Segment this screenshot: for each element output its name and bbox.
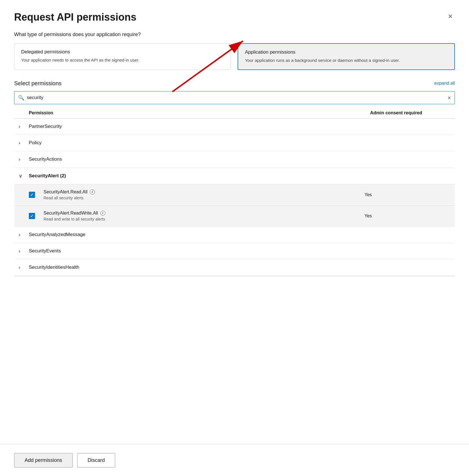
permission-group-security-alert: ∨ SecurityAlert (2) ✓ SecurityAlert.Read… [14,168,455,227]
permission-list: › PartnerSecurity › Policy › SecurityAct… [14,119,455,276]
application-card-desc: Your application runs as a background se… [245,57,448,64]
permission-item-security-alert-read-all: ✓ SecurityAlert.Read.All i Read all secu… [14,184,455,205]
select-permissions-label: Select permissions [14,80,62,87]
chevron-right-icon: › [19,232,24,238]
close-button[interactable]: × [446,11,455,21]
permission-item-security-alert-readwrite-all: ✓ SecurityAlert.ReadWrite.All i Read and… [14,205,455,226]
consent-cell-1: Yes [364,192,449,197]
group-name-security-identities-health: SecurityIdentitiesHealth [29,265,79,270]
group-row-partner-security[interactable]: › PartnerSecurity [14,119,455,135]
dialog-header: Request API permissions × [14,11,455,23]
consent-cell-2: Yes [364,213,449,219]
checkbox-cell-1: ✓ [29,192,39,198]
search-input[interactable] [14,91,455,104]
permission-type-question: What type of permissions does your appli… [14,32,455,38]
permission-group-policy: › Policy [14,135,455,151]
select-permissions-header: Select permissions expand all [14,80,455,87]
add-permissions-button[interactable]: Add permissions [14,453,73,468]
checkmark-icon: ✓ [30,193,34,197]
chevron-right-icon: › [19,265,24,270]
table-header: Permission Admin consent required [14,108,455,119]
application-card-title: Application permissions [245,49,448,55]
group-name-partner-security: PartnerSecurity [29,124,62,129]
group-name-security-events: SecurityEvents [29,248,61,254]
permission-name-1: SecurityAlert.Read.All [44,189,88,195]
group-row-security-actions[interactable]: › SecurityActions [14,151,455,167]
checkbox-security-alert-read-all[interactable]: ✓ [29,192,35,198]
group-row-policy[interactable]: › Policy [14,135,455,151]
group-name-security-actions: SecurityActions [29,156,62,162]
group-row-security-identities-health[interactable]: › SecurityIdentitiesHealth [14,259,455,276]
expand-all-button[interactable]: expand all [434,81,455,86]
chevron-down-icon: ∨ [19,173,24,179]
dialog-footer: Add permissions Discard [0,444,469,476]
checkmark-icon: ✓ [30,214,34,218]
permission-name-row-2: SecurityAlert.ReadWrite.All i [44,211,364,216]
chevron-right-icon: › [19,124,24,130]
permission-group-security-events: › SecurityEvents [14,243,455,259]
permission-group-security-analyzed-message: › SecurityAnalyzedMessage [14,227,455,243]
delegated-card-title: Delegated permissions [21,49,224,55]
search-box-wrapper: 🔍 × [14,91,455,104]
consent-column-header: Admin consent required [370,110,455,115]
group-row-security-alert[interactable]: ∨ SecurityAlert (2) [14,168,455,184]
request-api-permissions-dialog: Request API permissions × What type of p… [0,0,469,476]
dialog-title: Request API permissions [14,11,136,23]
permission-column-header: Permission [29,110,370,115]
permission-group-security-identities-health: › SecurityIdentitiesHealth [14,259,455,276]
permission-type-row: Delegated permissions Your application n… [14,43,455,70]
discard-button[interactable]: Discard [77,453,115,468]
permission-desc-2: Read and write to all security alerts [44,217,364,221]
clear-search-button[interactable]: × [448,94,451,101]
permission-items-security-alert: ✓ SecurityAlert.Read.All i Read all secu… [14,184,455,226]
application-permissions-card[interactable]: Application permissions Your application… [238,43,455,70]
permission-info-2: SecurityAlert.ReadWrite.All i Read and w… [44,211,364,221]
info-icon-1[interactable]: i [90,189,95,195]
search-icon: 🔍 [18,95,24,101]
delegated-permissions-card[interactable]: Delegated permissions Your application n… [14,43,231,70]
group-name-security-analyzed-message: SecurityAnalyzedMessage [29,232,85,237]
group-row-security-analyzed-message[interactable]: › SecurityAnalyzedMessage [14,227,455,243]
checkbox-security-alert-readwrite-all[interactable]: ✓ [29,213,35,219]
checkbox-cell-2: ✓ [29,213,39,219]
permission-desc-1: Read all security alerts [44,196,364,200]
permission-group-partner-security: › PartnerSecurity [14,119,455,135]
permission-info-1: SecurityAlert.Read.All i Read all securi… [44,189,364,200]
permission-name-row-1: SecurityAlert.Read.All i [44,189,364,195]
group-name-security-alert: SecurityAlert (2) [29,173,66,179]
info-icon-2[interactable]: i [100,211,105,216]
group-name-policy: Policy [29,140,42,146]
permission-group-security-actions: › SecurityActions [14,151,455,168]
permission-name-2: SecurityAlert.ReadWrite.All [44,211,98,216]
chevron-right-icon: › [19,248,24,254]
chevron-right-icon: › [19,156,24,162]
delegated-card-desc: Your application needs to access the API… [21,57,224,64]
chevron-right-icon: › [19,140,24,146]
group-row-security-events[interactable]: › SecurityEvents [14,243,455,259]
